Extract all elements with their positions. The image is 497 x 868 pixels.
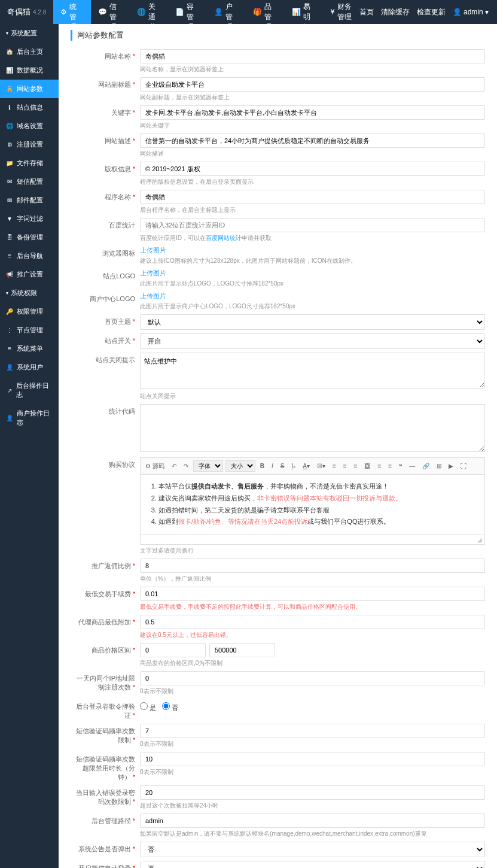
tb-color[interactable]: A▾ — [300, 462, 312, 471]
editor-toolbar: ⚙ 源码↶↷字体大小BISIₓA▾☒▾≡≡≡🖼≡≡❝—🔗⊞▶⛶ — [141, 458, 484, 475]
sidebar-item-网站参数[interactable]: 🔒网站参数 — [0, 80, 59, 98]
pwd-limit-input[interactable] — [140, 785, 485, 800]
sidebar: ▾系统配置 🏠后台主页📊数据概况🔒网站参数ℹ站点信息🌐域名设置⚙注册设置📁文件存… — [0, 24, 59, 868]
tb-size[interactable]: 大小 — [225, 460, 255, 472]
keywords-input[interactable] — [140, 105, 485, 120]
upload-merchant-logo[interactable]: 上传图片 — [140, 292, 485, 301]
sms-limit-input[interactable] — [140, 724, 485, 738]
admin-path-input[interactable] — [140, 814, 485, 828]
sidebar-item-后台操作日志[interactable]: ↗后台操作日志 — [0, 377, 59, 404]
sidebar-item-短信配置[interactable]: ✉短信配置 — [0, 172, 59, 191]
baidu-stat-link[interactable]: 百度网站统计 — [206, 235, 242, 241]
nav-item-4[interactable]: 👤用户管理 — [207, 0, 246, 24]
description-input[interactable] — [140, 133, 485, 148]
tb-ol[interactable]: ≡ — [375, 462, 383, 471]
captcha-yes[interactable]: 是 — [140, 702, 156, 712]
nav-item-0[interactable]: ⚙系统管理 — [53, 0, 90, 24]
nav-home[interactable]: 首页 — [359, 7, 374, 17]
sidebar-item-系统菜单[interactable]: ≡系统菜单 — [0, 339, 59, 358]
sidebar-group-system[interactable]: ▾系统配置 — [0, 24, 59, 43]
nav-item-3[interactable]: 📄内容管理 — [168, 0, 207, 24]
sidebar-item-注册设置[interactable]: ⚙注册设置 — [0, 135, 59, 154]
price-max-input[interactable] — [209, 643, 275, 657]
tb-bgcolor[interactable]: ☒▾ — [315, 462, 328, 471]
wechat-login-select[interactable]: 否 — [140, 861, 485, 868]
sidebar-item-字词过滤[interactable]: ▼字词过滤 — [0, 210, 59, 228]
sidebar-item-域名设置[interactable]: 🌐域名设置 — [0, 117, 59, 135]
page-title: 网站参数配置 — [71, 30, 485, 41]
editor-body[interactable]: 本站平台仅提供自动发卡、售后服务，并非购物商，不清楚充值卡密真实用途！建议先咨询… — [141, 475, 484, 535]
sidebar-item-邮件配置[interactable]: ✉邮件配置 — [0, 191, 59, 210]
home-theme-select[interactable]: 默认 — [140, 314, 485, 330]
close-tip-textarea[interactable]: 站点维护中 — [140, 353, 485, 389]
tb-undo[interactable]: ↶ — [169, 462, 179, 471]
brand-name: 奇偶猫 — [7, 7, 31, 17]
tb-ul[interactable]: ≡ — [386, 462, 394, 471]
tb-video[interactable]: ▶ — [446, 462, 456, 471]
site-switch-select[interactable]: 开启 — [140, 333, 485, 349]
stat-code-textarea[interactable] — [140, 404, 485, 452]
main-content: 网站参数配置 网站名称 *网站名称，显示在浏览器标签上网站副标题 *网站副标题，… — [59, 24, 497, 868]
tb-table[interactable]: ⊞ — [434, 462, 444, 471]
nav-item-1[interactable]: 💬微信管理 — [91, 0, 130, 24]
tb-italic[interactable]: I — [269, 462, 276, 471]
baidu-stat-input[interactable] — [140, 218, 485, 232]
sidebar-item-站点信息[interactable]: ℹ站点信息 — [0, 98, 59, 117]
nav-item-6[interactable]: 📊交易明细 — [285, 0, 324, 24]
tb-right[interactable]: ≡ — [352, 462, 360, 471]
copyright-input[interactable] — [140, 162, 485, 176]
price-min-input[interactable] — [140, 643, 206, 657]
sidebar-item-数据概况[interactable]: 📊数据概况 — [0, 61, 59, 80]
min-fee-input[interactable] — [140, 587, 485, 601]
brand: 奇偶猫 4.2.8 — [0, 7, 53, 17]
upload-site-logo[interactable]: 上传图片 — [140, 269, 485, 278]
sidebar-item-节点管理[interactable]: ⋮节点管理 — [0, 321, 59, 339]
site-name-input[interactable] — [140, 49, 485, 63]
tb-hr[interactable]: — — [407, 462, 417, 471]
tb-bold[interactable]: B — [258, 462, 267, 471]
sidebar-item-权限管理[interactable]: 🔑权限管理 — [0, 302, 59, 321]
tb-clear[interactable]: Iₓ — [289, 462, 298, 471]
nav-item-7[interactable]: ¥财务管理 — [324, 0, 359, 24]
sidebar-item-文件存储[interactable]: 📁文件存储 — [0, 154, 59, 172]
program-name-input[interactable] — [140, 190, 485, 204]
tb-font[interactable]: 字体 — [193, 460, 223, 472]
captcha-no[interactable]: 否 — [162, 702, 178, 712]
upload-browser-icon[interactable]: 上传图片 — [140, 246, 485, 255]
tb-redo[interactable]: ↷ — [181, 462, 191, 471]
sidebar-item-备份管理[interactable]: 🗄备份管理 — [0, 228, 59, 247]
nav-clear-cache[interactable]: 清除缓存 — [381, 7, 410, 17]
nav-check-update[interactable]: 检查更新 — [417, 7, 446, 17]
nav-items: ⚙系统管理💬微信管理🌐网关通道📄内容管理👤用户管理🎁商品管理📊交易明细¥财务管理 — [53, 0, 359, 24]
agent-markup-input[interactable] — [140, 615, 485, 629]
tb-left[interactable]: ≡ — [330, 462, 339, 471]
sms-ban-input[interactable] — [140, 752, 485, 766]
announce-popup-select[interactable]: 否 — [140, 842, 485, 857]
tb-source[interactable]: ⚙ 源码 — [143, 461, 167, 472]
sidebar-item-商户操作日志[interactable]: 👤商户操作日志 — [0, 404, 59, 432]
nav-user[interactable]: 👤 admin ▾ — [453, 8, 489, 16]
sidebar-item-推广设置[interactable]: 📢推广设置 — [0, 265, 59, 284]
sidebar-item-后台主页[interactable]: 🏠后台主页 — [0, 43, 59, 61]
tb-strike[interactable]: S — [278, 462, 287, 471]
tb-image[interactable]: 🖼 — [362, 462, 373, 471]
sidebar-item-系统用户[interactable]: 👤系统用户 — [0, 358, 59, 377]
promo-ratio-input[interactable] — [140, 559, 485, 573]
site-subtitle-input[interactable] — [140, 77, 485, 92]
agreement-editor: ⚙ 源码↶↷字体大小BISIₓA▾☒▾≡≡≡🖼≡≡❝—🔗⊞▶⛶本站平台仅提供自动… — [140, 457, 485, 535]
brand-version: 4.2.8 — [33, 9, 46, 16]
tb-center[interactable]: ≡ — [341, 462, 349, 471]
tb-quote[interactable]: ❝ — [397, 462, 404, 471]
tb-link[interactable]: 🔗 — [420, 462, 432, 471]
nav-right: 首页 清除缓存 检查更新 👤 admin ▾ — [359, 7, 497, 17]
sidebar-group-permission[interactable]: ▾系统权限 — [0, 284, 59, 302]
ip-limit-input[interactable] — [140, 671, 485, 685]
nav-item-2[interactable]: 🌐网关通道 — [130, 0, 169, 24]
top-nav: 奇偶猫 4.2.8 ⚙系统管理💬微信管理🌐网关通道📄内容管理👤用户管理🎁商品管理… — [0, 0, 497, 24]
sidebar-item-后台导航[interactable]: ≡后台导航 — [0, 247, 59, 265]
tb-full[interactable]: ⛶ — [458, 462, 469, 471]
nav-item-5[interactable]: 🎁商品管理 — [246, 0, 285, 24]
